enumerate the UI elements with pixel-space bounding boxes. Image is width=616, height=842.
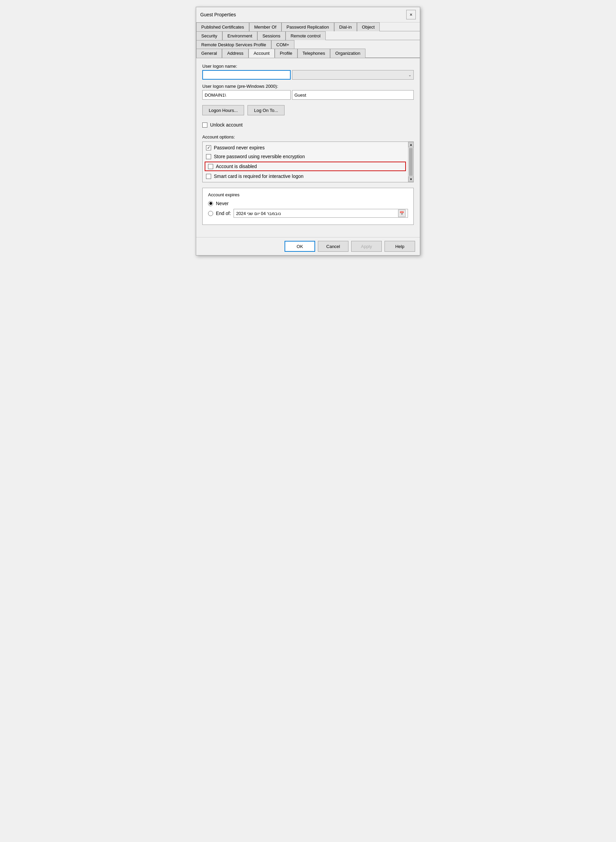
tab-published-certificates[interactable]: Published Certificates (196, 22, 249, 31)
tab-security[interactable]: Security (196, 31, 222, 40)
tab-telephones[interactable]: Telephones (298, 48, 330, 58)
option-account-disabled: Account is disabled (205, 162, 406, 171)
account-expires-title: Account expires (208, 192, 408, 197)
checkbox-smart-card[interactable] (206, 174, 211, 179)
tab-remote-desktop-services-profile[interactable]: Remote Desktop Services Profile (196, 40, 271, 49)
tabs-row-1: Published Certificates Member Of Passwor… (196, 22, 420, 31)
scroll-up-arrow[interactable]: ▲ (408, 142, 414, 147)
account-expires-box: Account expires Never End of: 2024 נובמב… (202, 188, 414, 225)
tab-object[interactable]: Object (357, 22, 380, 31)
tab-general[interactable]: General (196, 48, 222, 58)
tab-organization[interactable]: Organization (330, 48, 365, 58)
scroll-down-arrow[interactable]: ▼ (408, 176, 414, 182)
option-store-password: Store password using reversible encrypti… (202, 152, 408, 161)
dialog-title: Guest Properties (200, 12, 236, 18)
options-content: ✓ Password never expires Store password … (202, 143, 408, 181)
unlock-account-row: Unlock account (202, 122, 414, 128)
dialog-guest-properties: Guest Properties × Published Certificate… (196, 7, 420, 256)
never-label: Never (216, 201, 229, 206)
tab-account[interactable]: Account (248, 48, 275, 58)
tab-dial-in[interactable]: Dial-in (334, 22, 357, 31)
close-button[interactable]: × (406, 10, 416, 19)
checkbox-account-disabled[interactable] (208, 164, 213, 169)
calendar-button[interactable]: 📅 (398, 210, 406, 217)
date-value: 2024 נובמבר 04 יום שני (236, 211, 281, 216)
tab-address[interactable]: Address (222, 48, 248, 58)
unlock-account-checkbox[interactable] (202, 122, 207, 128)
help-button[interactable]: Help (384, 241, 415, 252)
option-label-smart-card: Smart card is required for interactive l… (214, 173, 304, 179)
domain-dropdown[interactable]: ⌄ (292, 70, 414, 79)
user-logon-name-label: User logon name: (202, 64, 414, 69)
apply-button[interactable]: Apply (351, 241, 382, 252)
logon-hours-button[interactable]: Logon Hours... (202, 105, 244, 115)
cancel-button[interactable]: Cancel (318, 241, 348, 252)
tab-profile[interactable]: Profile (275, 48, 298, 58)
pre2000-row (202, 90, 414, 100)
log-on-to-button[interactable]: Log On To... (248, 105, 285, 115)
unlock-account-label: Unlock account (210, 122, 243, 128)
end-of-label: End of: (216, 210, 231, 216)
never-radio-row: Never (208, 201, 408, 206)
tabs-row-4: General Address Account Profile Telephon… (196, 48, 420, 58)
option-label-account-disabled: Account is disabled (216, 164, 257, 169)
end-of-radio-row: End of: 2024 נובמבר 04 יום שני 📅 (208, 209, 408, 218)
title-bar: Guest Properties × (196, 7, 420, 22)
content-area: User logon name: ⌄ User logon name (pre-… (196, 58, 420, 237)
option-label-store-password: Store password using reversible encrypti… (214, 154, 305, 159)
pre2000-user-input[interactable] (292, 90, 414, 100)
checkmark-icon: ✓ (207, 145, 210, 150)
user-logon-row: ⌄ (202, 70, 414, 79)
checkbox-password-never-expires[interactable]: ✓ (206, 145, 211, 150)
tabs-row-3: Remote Desktop Services Profile COM+ (196, 40, 420, 48)
account-options-box: ✓ Password never expires Store password … (202, 141, 414, 182)
tabs-row-2: Security Environment Sessions Remote con… (196, 31, 420, 40)
option-label-password-never-expires: Password never expires (214, 145, 264, 150)
pre2000-label: User logon name (pre-Windows 2000): (202, 84, 414, 89)
tabs-container: Published Certificates Member Of Passwor… (196, 22, 420, 58)
checkbox-store-password[interactable] (206, 154, 211, 159)
user-logon-name-input[interactable] (202, 70, 291, 79)
scroll-thumb[interactable] (409, 148, 413, 176)
tab-com-plus[interactable]: COM+ (271, 40, 295, 49)
pre2000-domain-input[interactable] (202, 90, 291, 100)
tab-sessions[interactable]: Sessions (257, 31, 286, 40)
ok-button[interactable]: OK (285, 241, 315, 252)
option-password-never-expires: ✓ Password never expires (202, 143, 408, 152)
tab-environment[interactable]: Environment (222, 31, 257, 40)
bottom-bar: OK Cancel Apply Help (196, 237, 420, 255)
tab-member-of[interactable]: Member Of (249, 22, 282, 31)
never-radio[interactable] (208, 201, 213, 206)
account-options-label: Account options: (202, 134, 414, 140)
tab-remote-control[interactable]: Remote control (286, 31, 326, 40)
logon-buttons-row: Logon Hours... Log On To... (202, 105, 414, 115)
date-input-display: 2024 נובמבר 04 יום שני 📅 (233, 209, 408, 218)
option-smart-card: Smart card is required for interactive l… (202, 172, 408, 181)
tab-password-replication[interactable]: Password Replication (282, 22, 334, 31)
options-scrollbar[interactable]: ▲ ▼ (408, 142, 414, 182)
end-of-radio[interactable] (208, 211, 213, 216)
dropdown-arrow-icon: ⌄ (408, 73, 411, 77)
